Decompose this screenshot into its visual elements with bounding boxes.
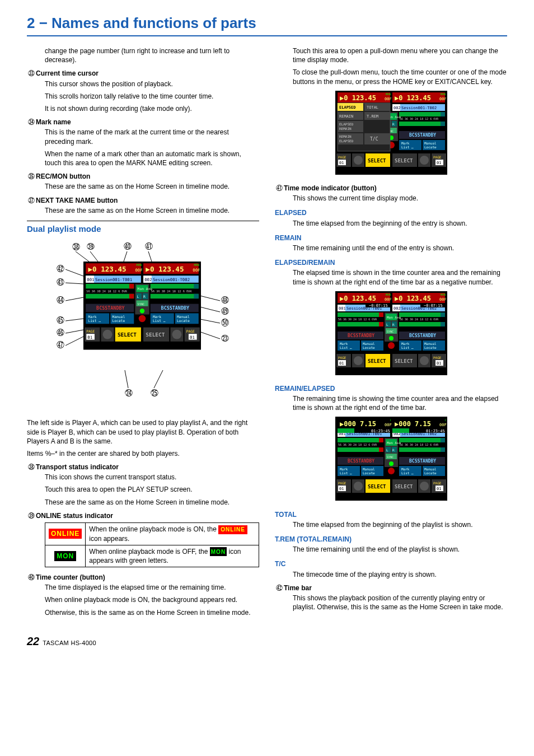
item-title-34: Current time cursor bbox=[36, 69, 99, 78]
chapter-title: 2 − Names and functions of parts bbox=[27, 13, 507, 36]
item-title-38: Transport status indicator bbox=[36, 463, 119, 472]
mode-heading-tc: T/C bbox=[275, 559, 507, 568]
svg-text:㊽: ㊽ bbox=[221, 296, 229, 305]
online-icon: ONLINE bbox=[49, 529, 82, 539]
body-text: It is not shown during recording (take m… bbox=[45, 104, 259, 113]
svg-text:▶000 7.15: ▶000 7.15 bbox=[340, 420, 376, 428]
svg-text:TOTAL: TOTAL bbox=[367, 105, 378, 110]
item-number-37: ㊲ bbox=[27, 196, 36, 205]
body-text: The time remaining until the end of the … bbox=[275, 244, 507, 253]
remain-elapsed-figure: ▶000 7.15 00F ▶000 7.15 00F 01:23:45 01:… bbox=[275, 417, 507, 503]
svg-line-75 bbox=[90, 251, 98, 262]
svg-text:㉕: ㉕ bbox=[151, 389, 158, 398]
svg-text:REMAIN: REMAIN bbox=[339, 134, 352, 138]
svg-text:㊼: ㊼ bbox=[57, 340, 64, 349]
svg-line-77 bbox=[148, 251, 152, 262]
svg-text:㊾: ㊾ bbox=[221, 307, 229, 316]
mode-heading-trem: T.REM (TOTAL.REMAIN) bbox=[275, 535, 507, 544]
elapsed-remain-figure: −0:07:15 −0:07:15 bbox=[275, 291, 507, 377]
section-title-dual-playlist: Dual playlist mode bbox=[27, 223, 259, 236]
body-text: This scrolls horizon tally relative to t… bbox=[45, 92, 259, 101]
body-text: The time displayed is the elapsed time o… bbox=[45, 583, 259, 592]
body-text: The left side is Player A, which can be … bbox=[27, 418, 259, 446]
svg-text:㊹: ㊹ bbox=[57, 296, 64, 305]
item-title-40: Time counter (button) bbox=[36, 573, 105, 582]
svg-text:00F: 00F bbox=[385, 423, 392, 427]
svg-text:REMAIN: REMAIN bbox=[339, 127, 352, 130]
mon-icon-inline: MON bbox=[211, 549, 226, 555]
svg-line-85 bbox=[65, 319, 83, 321]
item-title-39: ONLINE status indicator bbox=[36, 511, 113, 520]
body-text: The elapsed time is shown in the time co… bbox=[275, 268, 507, 286]
body-text: These are the same as on the Home Screen… bbox=[45, 182, 259, 191]
svg-text:㊺: ㊺ bbox=[57, 316, 64, 325]
svg-text:T/C: T/C bbox=[370, 137, 378, 142]
dual-playlist-figure: ㊳ ㊴ ㊵ ㊶ ㊷ ㊸ ㊹ ㊺ ㊻ ㊼ ㊽ ㊾ ㊿ ㉓ bbox=[27, 241, 259, 412]
continuation-text: change the page number (turn right to in… bbox=[27, 46, 259, 64]
item-number-35: ㉞ bbox=[27, 118, 36, 127]
item-number-36: ㉟ bbox=[27, 172, 36, 181]
body-text: This shows the current time display mode… bbox=[293, 194, 507, 203]
body-text: To close the pull-down menu, touch the t… bbox=[293, 68, 507, 86]
svg-line-87 bbox=[65, 330, 83, 333]
mode-heading-remain-elapsed: REMAIN/ELAPSED bbox=[275, 384, 507, 393]
svg-rect-133 bbox=[392, 428, 409, 433]
item-title-42: Time bar bbox=[284, 584, 312, 592]
svg-line-91 bbox=[198, 295, 220, 301]
body-text: The remaining time is showing the time c… bbox=[275, 394, 507, 412]
item-number-34: ㉝ bbox=[27, 69, 36, 78]
item-number-39: ㊴ bbox=[27, 511, 36, 520]
svg-text:ELAPSED: ELAPSED bbox=[339, 139, 354, 143]
page-number: 22 bbox=[27, 634, 39, 649]
svg-rect-130 bbox=[338, 428, 354, 433]
body-text: This is the name of the mark at the curr… bbox=[45, 128, 259, 146]
svg-line-83 bbox=[65, 297, 83, 301]
svg-text:㊶: ㊶ bbox=[145, 242, 153, 251]
online-icon-inline: ONLINE bbox=[218, 525, 247, 534]
svg-text:㉔: ㉔ bbox=[125, 389, 133, 398]
svg-line-101 bbox=[154, 370, 163, 388]
svg-line-74 bbox=[76, 251, 89, 262]
item-title-41: Time mode indicator (button) bbox=[284, 184, 377, 193]
svg-text:㊻: ㊻ bbox=[57, 328, 64, 337]
svg-text:T.REM: T.REM bbox=[367, 114, 378, 119]
item-number-40: ㊵ bbox=[27, 573, 36, 582]
svg-text:−0:07:15: −0:07:15 bbox=[424, 304, 443, 308]
item-title-35: Mark name bbox=[36, 118, 71, 127]
svg-line-79 bbox=[65, 269, 83, 276]
body-text: These are the same as on the Home Screen… bbox=[45, 498, 259, 507]
body-text: When the name of a mark other than an au… bbox=[45, 150, 259, 167]
svg-text:01:23:45: 01:23:45 bbox=[426, 429, 445, 433]
svg-text:㊵: ㊵ bbox=[124, 242, 132, 251]
body-text: Otherwise, this is the same as on the Ho… bbox=[45, 608, 259, 617]
table-cell: When online playback mode is OFF, the MO… bbox=[86, 545, 259, 567]
svg-text:−0:07:15: −0:07:15 bbox=[369, 304, 388, 308]
body-text: The time elapsed from the beginning of t… bbox=[275, 520, 507, 529]
item-title-36: REC/MON button bbox=[36, 172, 90, 181]
svg-text:ELAPSED: ELAPSED bbox=[339, 105, 356, 110]
svg-line-81 bbox=[65, 283, 83, 284]
mode-heading-remain: REMAIN bbox=[275, 234, 507, 242]
svg-text:㊳: ㊳ bbox=[72, 242, 80, 251]
svg-text:01:23:45: 01:23:45 bbox=[371, 429, 390, 433]
svg-text:㊷: ㊷ bbox=[57, 264, 64, 273]
svg-text:㊸: ㊸ bbox=[57, 278, 64, 287]
mode-heading-elapsed: ELAPSED bbox=[275, 208, 507, 217]
body-text: Items %–* in the center are shared by bo… bbox=[27, 449, 259, 458]
body-text: This cursor shows the position of playba… bbox=[45, 80, 259, 88]
item-number-38: ㊳ bbox=[27, 463, 36, 472]
svg-line-99 bbox=[125, 370, 128, 388]
time-mode-menu-figure: ELAPSED TOTAL REMAIN T.REM ELAPSED REMAI… bbox=[275, 91, 507, 177]
mode-heading-elapsed-remain: ELAPSED/REMAIN bbox=[275, 258, 507, 267]
svg-text:REMAIN: REMAIN bbox=[339, 114, 353, 119]
horizontal-rule bbox=[27, 221, 259, 221]
svg-text:㉓: ㉓ bbox=[221, 334, 229, 343]
body-text: This shows the playback position of the … bbox=[293, 594, 507, 612]
online-indicator-table: ONLINE When the online playback mode is … bbox=[45, 522, 259, 567]
svg-line-89 bbox=[65, 337, 83, 346]
item-number-41: ㊶ bbox=[275, 184, 284, 193]
body-text: The time elapsed from the beginning of t… bbox=[275, 219, 507, 228]
svg-text:㊴: ㊴ bbox=[87, 242, 95, 251]
svg-line-93 bbox=[198, 306, 220, 312]
svg-line-97 bbox=[198, 331, 220, 339]
